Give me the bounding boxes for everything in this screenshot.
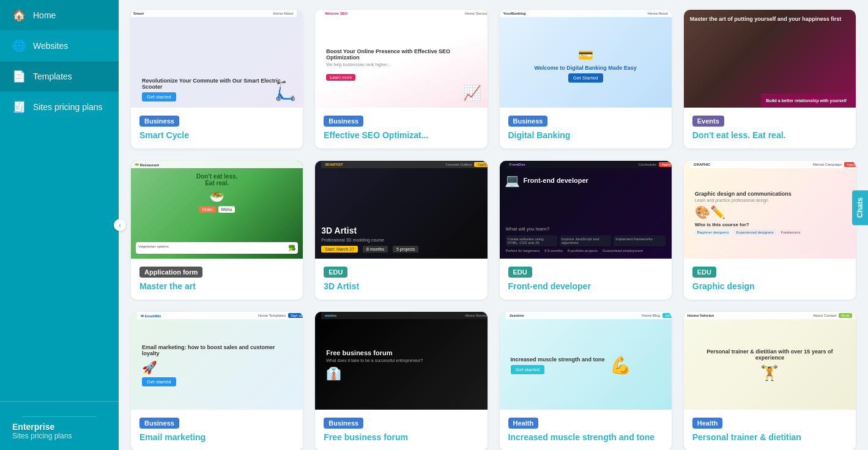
sidebar-item-templates-label: Templates xyxy=(33,72,72,81)
card-smart-cycle[interactable]: Smart Home About Revolutionize Your Comm… xyxy=(131,10,303,149)
card-trainer-image: Hanna Valorian About Contact Book Person… xyxy=(684,312,856,410)
card-smart-cycle-title: Smart Cycle xyxy=(139,130,294,140)
card-banking-body: Business Digital Banking xyxy=(500,108,672,149)
sidebar-item-pricing-label: Sites pricing plans xyxy=(33,102,103,112)
sidebar-item-templates[interactable]: 📄 Templates xyxy=(0,61,119,92)
card-trainer-badge: Health xyxy=(692,418,723,429)
card-graphic-image: GRAPHIC Mental Campaign Apply Graphic de… xyxy=(684,161,856,259)
card-dont-eat-events-image: Master the art of putting yourself and y… xyxy=(684,10,856,108)
card-trainer-title: Personal trainer & dietitian xyxy=(692,432,847,442)
card-3d-artist-image: 3DARTIST Courses Gallery Apply 3D Artist… xyxy=(315,161,487,259)
card-dont-eat-events-title: Don't eat less. Eat real. xyxy=(692,130,847,140)
main-content: Smart Home About Revolutionize Your Comm… xyxy=(119,0,868,450)
card-graphic[interactable]: GRAPHIC Mental Campaign Apply Graphic de… xyxy=(684,161,856,300)
card-frontend-body: EDU Front-end developer xyxy=(500,259,672,300)
card-muscle-badge: Health xyxy=(508,418,539,429)
card-seo-image: Website SEO Home Services Boost Your Onl… xyxy=(315,10,487,108)
card-master-art-body: Application form Master the art xyxy=(131,259,303,300)
home-icon: 🏠 xyxy=(12,9,26,22)
sidebar-item-home-label: Home xyxy=(33,10,56,20)
card-graphic-title: Graphic design xyxy=(692,281,847,291)
card-3d-artist-body: EDU 3D Artist xyxy=(315,259,487,300)
card-seo-title: Effective SEO Optimizat... xyxy=(324,130,478,140)
card-banking[interactable]: YourBanking Home About 💳 Welcome to Digi… xyxy=(500,10,672,149)
card-smart-cycle-badge: Business xyxy=(139,116,179,127)
card-email[interactable]: ✉ EmailMkt Home Templates Sign up Email … xyxy=(131,312,303,450)
card-seo-badge: Business xyxy=(324,116,363,127)
card-3d-artist[interactable]: 3DARTIST Courses Gallery Apply 3D Artist… xyxy=(315,161,487,300)
card-master-art-badge: Application form xyxy=(139,267,202,278)
card-master-art-image: 🥗 Restaurant Don't eat less.Eat real. 🥗 … xyxy=(131,161,303,259)
card-email-body: Business Email marketing xyxy=(131,410,303,450)
card-banking-image: YourBanking Home About 💳 Welcome to Digi… xyxy=(500,10,672,108)
card-smart-cycle-image: Smart Home About Revolutionize Your Comm… xyxy=(131,10,303,108)
pricing-icon: 🧾 xyxy=(12,100,26,114)
card-dont-eat-events-body: Events Don't eat less. Eat real. xyxy=(684,108,856,149)
card-master-art-title: Master the art xyxy=(139,281,294,291)
card-muscle[interactable]: Jasmine Home Blog Join Increased muscle … xyxy=(500,312,672,450)
card-email-image: ✉ EmailMkt Home Templates Sign up Email … xyxy=(131,312,303,410)
card-trainer[interactable]: Hanna Valorian About Contact Book Person… xyxy=(684,312,856,450)
card-muscle-title: Increased muscle strength and tone xyxy=(508,432,663,442)
card-dont-eat-events[interactable]: Master the art of putting yourself and y… xyxy=(684,10,856,149)
sidebar-enterprise: Enterprise Sites pricing plans xyxy=(0,401,119,450)
card-banking-badge: Business xyxy=(508,116,548,127)
card-graphic-body: EDU Graphic design xyxy=(684,259,856,300)
chats-button[interactable]: Chats xyxy=(852,190,868,225)
card-seo[interactable]: Website SEO Home Services Boost Your Onl… xyxy=(315,10,487,149)
templates-grid: Smart Home About Revolutionize Your Comm… xyxy=(131,10,856,450)
card-graphic-badge: EDU xyxy=(692,267,716,278)
card-muscle-body: Health Increased muscle strength and ton… xyxy=(500,410,672,450)
card-master-art[interactable]: 🥗 Restaurant Don't eat less.Eat real. 🥗 … xyxy=(131,161,303,300)
card-forum[interactable]: wedoo About Services Free business forum… xyxy=(315,312,487,450)
card-frontend-title: Front-end developer xyxy=(508,281,663,291)
sidebar-collapse-button[interactable]: ‹ xyxy=(114,219,126,231)
card-muscle-image: Jasmine Home Blog Join Increased muscle … xyxy=(500,312,672,410)
enterprise-subtitle: Sites pricing plans xyxy=(12,432,106,440)
card-frontend-badge: EDU xyxy=(508,267,532,278)
card-smart-cycle-body: Business Smart Cycle xyxy=(131,108,303,149)
card-dont-eat-events-badge: Events xyxy=(692,116,724,127)
enterprise-title: Enterprise xyxy=(12,422,106,432)
card-3d-artist-title: 3D Artist xyxy=(324,281,478,291)
sidebar-item-pricing[interactable]: 🧾 Sites pricing plans xyxy=(0,92,119,122)
templates-icon: 📄 xyxy=(12,70,26,83)
sidebar-item-websites[interactable]: 🌐 Websites xyxy=(0,31,119,61)
card-forum-image: wedoo About Services Free business forum… xyxy=(315,312,487,410)
sidebar: 🏠 Home 🌐 Websites 📄 Templates 🧾 Sites pr… xyxy=(0,0,119,450)
card-seo-body: Business Effective SEO Optimizat... xyxy=(315,108,487,149)
websites-icon: 🌐 xyxy=(12,39,26,53)
card-forum-body: Business Free business forum xyxy=(315,410,487,450)
card-forum-badge: Business xyxy=(324,418,363,429)
sidebar-item-websites-label: Websites xyxy=(33,41,68,51)
card-forum-title: Free business forum xyxy=(324,432,478,442)
card-banking-title: Digital Banking xyxy=(508,130,663,140)
card-email-badge: Business xyxy=(139,418,179,429)
card-email-title: Email marketing xyxy=(139,432,294,442)
card-trainer-body: Health Personal trainer & dietitian xyxy=(684,410,856,450)
card-frontend-image: FrontDev Curriculum Apply 💻 Front-end de… xyxy=(500,161,672,259)
sidebar-item-home[interactable]: 🏠 Home xyxy=(0,0,119,31)
card-3d-artist-badge: EDU xyxy=(324,267,347,278)
card-frontend[interactable]: FrontDev Curriculum Apply 💻 Front-end de… xyxy=(500,161,672,300)
